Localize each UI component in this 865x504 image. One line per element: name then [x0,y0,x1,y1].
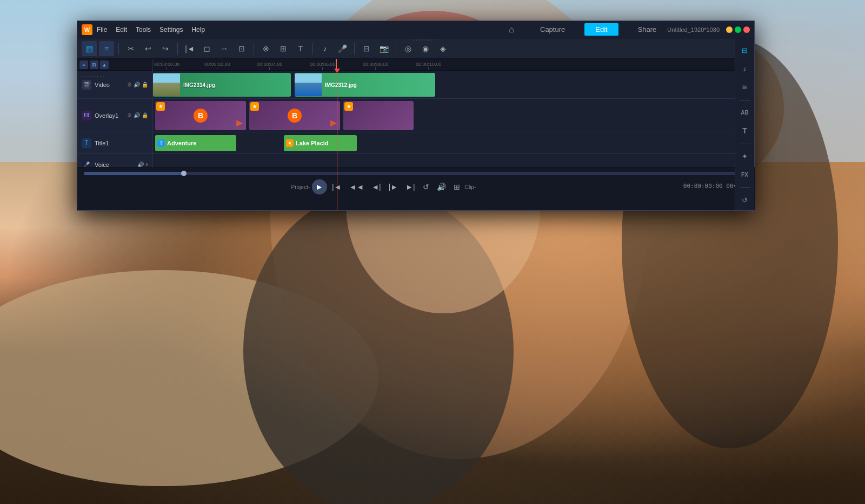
title-clip-adventure[interactable]: T Adventure [155,135,236,151]
title-2-label: Lake Placid [296,140,329,146]
window-controls [726,26,750,33]
toolbar-voice[interactable]: 🎤 [335,41,350,56]
title-track-row: T Adventure ★ Lake Placid [153,132,754,154]
ruler-mark-0: 00:00:00.00 [154,62,180,70]
transport-bar: Project- ▶ |◄ ◄◄ ◄| |► ►| ↺ 🔊 ⊞ Clip- 00… [77,167,755,210]
toolbar-split2[interactable]: ↔ [217,41,232,56]
menu-file[interactable]: File [97,26,107,33]
title-clip-lakeplacid[interactable]: ★ Lake Placid [284,135,357,151]
video-lock-icon[interactable]: 🔒 [142,82,148,88]
toolbar-crop[interactable]: ⊡ [234,41,249,56]
nav-capture[interactable]: Capture [529,23,576,36]
menu-tools[interactable]: Tools [136,26,151,33]
toolbar-motion[interactable]: ◉ [418,41,433,56]
overlay-mute-icon[interactable]: 🔊 [134,112,140,118]
video-mute-icon[interactable]: 🔊 [134,82,140,88]
project-label: Project- [291,184,310,190]
overlay-track-label: 🎞 Overlay1 ⚙ 🔊 🔒 [77,99,152,132]
sidebar-fx-icon: FX [741,172,748,178]
toolbar-sep3 [254,43,254,55]
progress-handle[interactable] [181,171,187,176]
minimize-button[interactable] [726,26,733,33]
toolbar-record[interactable]: ⊟ [359,41,374,56]
video-settings-icon[interactable]: ⚙ [127,82,132,88]
title-2-icon: ★ [286,139,294,147]
overlay-1-arrow: ► [234,117,245,129]
nav-edit[interactable]: Edit [584,23,618,36]
playhead[interactable] [337,71,337,210]
title-bar: W File Edit Tools Settings Help ⌂ Captur… [77,21,754,38]
toolbar-cut[interactable]: ✂ [123,41,138,56]
toolbar-pip[interactable]: ◎ [401,41,416,56]
toolbar-undo[interactable]: ↩ [141,41,156,56]
transport-loop[interactable]: ↺ [420,181,432,193]
toolbar-timeline[interactable]: ≡ [99,41,114,56]
progress-fill [84,172,184,175]
toolbar-sep2 [177,43,178,55]
title-label-text: Title1 [95,140,109,146]
sidebar-text-btn[interactable]: T [737,123,753,138]
toolbar-storyboard[interactable]: ▦ [82,41,97,56]
maximize-button[interactable] [735,26,741,33]
toolbar-transition[interactable]: ⊗ [258,41,274,56]
menu-help[interactable]: Help [191,26,205,33]
transport-to-end[interactable]: ►| [403,181,418,193]
overlay-2-star: ★ [250,102,259,111]
sidebar-effect-btn[interactable]: ✦ [737,149,753,164]
toolbar-start[interactable]: |◄ [182,41,197,56]
clip-1-thumb [153,73,180,96]
sidebar-audio-btn[interactable]: ♪ [737,61,753,76]
toolbar-audio[interactable]: ♪ [317,41,332,56]
menu-edit[interactable]: Edit [116,26,127,33]
overlay-clip-3[interactable]: ★ [343,101,414,130]
app-logo: W [82,24,92,35]
toolbar-effect[interactable]: ⊞ [276,41,291,56]
video-clip-2[interactable]: IMG2312.jpg [295,73,435,97]
ruler-mark-3: 00:00:06.00 [310,62,336,70]
toolbar-stabilize[interactable]: ◈ [435,41,450,56]
progress-bar[interactable] [84,172,749,175]
title-track-label: T Title1 [77,132,152,154]
overlay-clip-2[interactable]: ★ B ► [249,101,340,130]
transport-step-fwd[interactable]: |► [386,181,401,193]
transport-fullscreen[interactable]: ⊞ [451,181,463,193]
menu-settings[interactable]: Settings [159,26,183,33]
track-up-icon[interactable]: ▲ [100,61,109,69]
transport-step-back[interactable]: ◄| [369,181,384,193]
right-sidebar: ⊟ ♪ ≋ AB T ✦ FX ↺ [735,38,754,210]
ruler-mark-2: 00:00:04.00 [257,62,283,70]
overlay-settings-icon[interactable]: ⚙ [127,112,132,118]
sidebar-title-icon: AB [741,110,748,116]
overlay-clip-1[interactable]: ★ B ► [155,101,246,130]
transport-prev-frame[interactable]: ◄◄ [346,181,367,193]
toolbar-redo[interactable]: ↪ [158,41,173,56]
toolbar-snapshot[interactable]: 📷 [376,41,391,56]
sidebar-media-btn[interactable]: ⊟ [737,43,753,58]
sidebar-text-icon: T [742,126,747,135]
toolbar-split[interactable]: ◻ [199,41,215,56]
overlay-2-arrow: ► [328,117,339,129]
project-title: Untitled_1920*1080 [667,26,720,33]
clip-2-label: IMG2312.jpg [322,82,360,88]
ruler-mark-1: 00:00:02.00 [204,62,230,70]
video-icon: 🎬 [82,80,91,90]
sidebar-motion-btn[interactable]: ↺ [737,192,753,207]
transport-volume[interactable]: 🔊 [434,181,449,193]
home-button[interactable]: ⌂ [502,23,521,37]
track-grid-icon[interactable]: ⊞ [90,61,98,69]
toolbar-text[interactable]: T [293,41,308,56]
close-button[interactable] [743,26,750,33]
menu-bar: File Edit Tools Settings Help [97,26,502,33]
overlay-2-badge: B [288,109,302,123]
timeline-ruler: 00:00:00.00 00:00:02.00 00:00:04.00 00:0… [153,59,754,71]
dots-decoration-1: •••••••• [82,75,106,78]
sidebar-title-btn[interactable]: AB [737,105,753,120]
sidebar-transition-btn[interactable]: ≋ [737,79,753,95]
nav-share[interactable]: Share [627,23,668,36]
overlay-lock-icon[interactable]: 🔒 [142,112,148,118]
clip-label: Clip- [465,184,476,190]
track-list-icon[interactable]: ≡ [79,61,88,69]
video-clip-1[interactable]: IMG2314.jpg [153,73,291,97]
transport-play[interactable]: ▶ [312,179,327,194]
sidebar-fx-btn[interactable]: FX [737,167,753,182]
